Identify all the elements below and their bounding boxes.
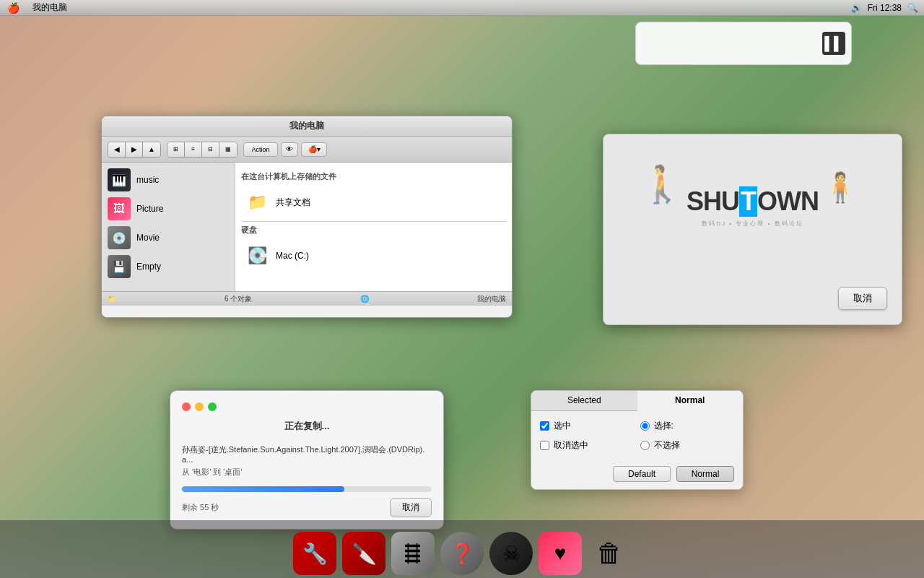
shared-doc-label: 共享文档 <box>276 197 310 209</box>
volume-icon[interactable]: 🔊 <box>851 3 862 13</box>
action-button[interactable]: Action <box>243 142 278 157</box>
radio-no-choose[interactable] <box>640 441 650 450</box>
picture-icon: 🖼 <box>108 197 131 220</box>
checkbox-selected-label: 选中 <box>554 420 571 432</box>
view-btn-group: ⊞ ≡ ⊟ ▦ <box>167 142 237 158</box>
finder-content: 🎹 music 🖼 Picture 💿 Movie 💾 Empty 在这台计算机… <box>102 163 512 291</box>
shared-doc-icon: 📁 <box>244 189 270 215</box>
shutdown-dialog: 🚶 🧍 SHUTOWN 数码DJ • 专业心理 • 数码论坛 取消 <box>603 134 902 325</box>
shutdown-logo: SHUTOWN <box>687 186 819 217</box>
dock-item-road[interactable]: 🛤 <box>391 532 435 575</box>
copy-dialog-title: 正在复制... <box>182 420 432 433</box>
shutdown-text-shu: SHU <box>687 186 739 217</box>
settings-action-buttons: Default Normal <box>531 466 743 489</box>
dock-item-knife[interactable]: 🔪 <box>342 532 385 575</box>
dock: 🔧 🔪 🛤 ❓ ☠ ♥ 🗑 <box>0 520 924 578</box>
mac-c-label: Mac (C:) <box>276 251 309 261</box>
minimize-dot[interactable] <box>195 402 204 411</box>
finder-item-shared[interactable]: 📁 共享文档 <box>241 186 506 218</box>
shutdown-content: 🚶 🧍 SHUTOWN 数码DJ • 专业心理 • 数码论坛 <box>618 149 887 287</box>
app-menu-title[interactable]: 我的电脑 <box>27 1 73 14</box>
up-button[interactable]: ▲ <box>143 142 160 157</box>
movie-icon: 💿 <box>108 226 131 249</box>
finder-toolbar: ◀ ▶ ▲ ⊞ ≡ ⊟ ▦ Action 👁 🍎▾ <box>102 137 512 163</box>
right-figure: 🧍 <box>822 171 858 204</box>
radio-choose-label: 选择: <box>654 420 674 432</box>
music-icon: 🎹 <box>108 168 131 191</box>
shutdown-letter-d: T <box>739 186 757 217</box>
forward-button[interactable]: ▶ <box>126 142 143 157</box>
shutdown-cancel-button[interactable]: 取消 <box>838 287 887 310</box>
finder-titlebar: 我的电脑 <box>102 116 512 137</box>
traffic-lights <box>182 402 432 411</box>
copy-progress-fill <box>182 486 344 492</box>
copy-progress-bar <box>182 486 432 492</box>
settings-body: 选中 取消选中 选择: 不选择 <box>531 411 743 466</box>
menubar: 🍎 我的电脑 🔊 Fri 12:38 🔍 <box>0 0 924 16</box>
apple-button[interactable]: 🍎▾ <box>301 142 327 157</box>
finder-sidebar: 🎹 music 🖼 Picture 💿 Movie 💾 Empty <box>102 163 235 291</box>
dock-item-swiss[interactable]: 🔧 <box>293 532 336 575</box>
checkbox-deselect[interactable] <box>540 441 549 450</box>
shutdown-text-own: OWN <box>757 186 819 217</box>
notification-widget: ▌▌ <box>635 22 852 65</box>
normal-button[interactable]: Normal <box>676 466 734 482</box>
nav-btn-group: ◀ ▶ ▲ <box>108 142 161 158</box>
sidebar-label-music: music <box>136 175 159 185</box>
empty-icon: 💾 <box>108 255 131 278</box>
computer-name: 我的电脑 <box>477 294 506 304</box>
cover-view-button[interactable]: ▦ <box>219 142 237 157</box>
copy-dialog: 正在复制... 孙燕姿-[逆光.Stefanie.Sun.Against.The… <box>170 390 444 530</box>
shutdown-subtitle: 数码DJ • 专业心理 • 数码论坛 <box>702 220 803 228</box>
sidebar-label-picture: Picture <box>136 204 163 214</box>
clock: Fri 12:38 <box>868 3 902 13</box>
maximize-dot[interactable] <box>208 402 217 411</box>
copy-source: 从 '电影' 到 '桌面' <box>182 467 432 478</box>
divider <box>241 221 506 222</box>
settings-panel: Selected Normal 选中 取消选中 选择: 不选择 <box>531 390 744 490</box>
globe-icon: 🌐 <box>360 295 369 303</box>
apple-menu[interactable]: 🍎 <box>0 2 27 14</box>
finder-statusbar: 📁 6 个对象 🌐 我的电脑 <box>102 291 512 306</box>
list-view-button[interactable]: ≡ <box>185 142 202 157</box>
sidebar-item-music[interactable]: 🎹 music <box>102 165 235 194</box>
finder-item-mac-c[interactable]: 💽 Mac (C:) <box>241 240 506 272</box>
section-stored-title: 在这台计算机上存储的文件 <box>241 171 506 182</box>
checkbox-selected[interactable] <box>540 421 549 431</box>
sidebar-label-empty: Empty <box>136 262 161 272</box>
dock-item-trash[interactable]: 🗑 <box>588 532 631 575</box>
dock-item-question[interactable]: ❓ <box>440 532 484 575</box>
statusbar-folder-icon: 📁 <box>108 295 116 303</box>
close-dot[interactable] <box>182 402 191 411</box>
icon-view-button[interactable]: ⊞ <box>167 142 185 157</box>
settings-tabs: Selected Normal <box>531 391 743 411</box>
radio-row-no-choose: 不选择 <box>640 439 735 452</box>
finder-main: 在这台计算机上存储的文件 📁 共享文档 硬盘 💽 Mac (C:) <box>235 163 512 291</box>
radio-row-choose: 选择: <box>640 420 735 432</box>
back-button[interactable]: ◀ <box>108 142 126 157</box>
tab-normal[interactable]: Normal <box>637 391 744 411</box>
finder-window: 我的电脑 ◀ ▶ ▲ ⊞ ≡ ⊟ ▦ Action 👁 🍎▾ 🎹 music 🖼 <box>101 116 513 318</box>
copy-cancel-button[interactable]: 取消 <box>390 498 432 517</box>
radio-no-choose-label: 不选择 <box>654 439 680 452</box>
checkbox-row-deselect: 取消选中 <box>540 439 635 452</box>
sidebar-item-movie[interactable]: 💿 Movie <box>102 223 235 252</box>
radio-choose[interactable] <box>640 421 650 431</box>
tab-selected[interactable]: Selected <box>531 391 637 410</box>
column-view-button[interactable]: ⊟ <box>202 142 219 157</box>
spotlight-icon[interactable]: 🔍 <box>907 3 918 13</box>
dock-item-skull[interactable]: ☠ <box>489 532 533 575</box>
sidebar-item-empty[interactable]: 💾 Empty <box>102 252 235 281</box>
default-button[interactable]: Default <box>613 466 671 482</box>
section-hdd-title: 硬盘 <box>241 225 506 236</box>
sidebar-item-picture[interactable]: 🖼 Picture <box>102 194 235 223</box>
mac-c-icon: 💽 <box>244 243 270 269</box>
left-figure: 🚶 <box>640 163 684 205</box>
copy-dialog-footer: 剩余 55 秒 取消 <box>182 498 432 517</box>
widget-icon: ▌▌ <box>822 32 845 55</box>
checkbox-row-selected: 选中 <box>540 420 635 432</box>
copy-filename: 孙燕姿-[逆光.Stefanie.Sun.Against.The.Light.2… <box>182 444 432 464</box>
dock-item-media[interactable]: ♥ <box>539 532 582 575</box>
eye-button[interactable]: 👁 <box>281 142 298 157</box>
checkbox-deselect-label: 取消选中 <box>554 439 588 452</box>
